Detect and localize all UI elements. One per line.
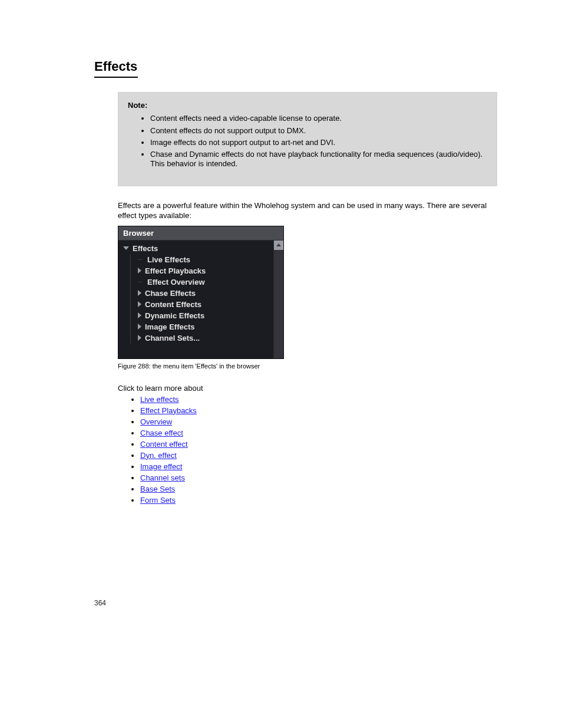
list-item: Image effect (140, 462, 497, 471)
chevron-right-icon[interactable] (138, 301, 141, 307)
tree-item-label: Content Effects (145, 300, 201, 309)
browser-body: Effects Live Effects Effect Playbacks Ef… (118, 241, 283, 358)
tree-item-dynamic-effects[interactable]: Dynamic Effects (138, 310, 271, 321)
list-intro: Click to learn more about (118, 384, 497, 393)
page: Effects Note: Content effects need a vid… (0, 0, 562, 728)
note-item: Content effects need a video-capable lic… (150, 114, 487, 123)
tree-item-label: Image Effects (145, 322, 195, 331)
tree-item-chase-effects[interactable]: Chase Effects (138, 288, 271, 299)
scrollbar[interactable] (273, 241, 283, 358)
link-live-effects[interactable]: Live effects (140, 395, 179, 404)
tree-root-label: Effects (133, 244, 158, 253)
list-item: Dyn. effect (140, 451, 497, 460)
tree-item-live-effects[interactable]: Live Effects (138, 254, 271, 265)
chevron-right-icon[interactable] (138, 290, 141, 296)
browser-title: Browser (118, 226, 283, 241)
tree-item-effect-playbacks[interactable]: Effect Playbacks (138, 265, 271, 276)
section-underline (94, 77, 138, 78)
figure-caption: Figure 288: the menu item 'Effects' in t… (118, 363, 497, 370)
link-effect-playbacks[interactable]: Effect Playbacks (140, 406, 197, 415)
link-base-sets[interactable]: Base Sets (140, 485, 175, 493)
note-item: Content effects do not support output to… (150, 126, 487, 136)
section-title: Effects (94, 59, 497, 74)
list-item: Form Sets (140, 496, 497, 505)
chevron-up-icon (276, 243, 281, 246)
tree-item-label: Live Effects (147, 255, 190, 264)
list-item: Channel sets (140, 473, 497, 482)
chevron-down-icon[interactable] (123, 246, 129, 250)
link-form-sets[interactable]: Form Sets (140, 496, 176, 505)
tree-item-channel-sets[interactable]: Channel Sets... (138, 332, 271, 344)
tree-item-label: Channel Sets... (145, 334, 200, 342)
link-dyn-effect[interactable]: Dyn. effect (140, 451, 177, 460)
note-list: Content effects need a video-capable lic… (140, 114, 487, 169)
note-item: Chase and Dynamic effects do not have pl… (150, 150, 487, 169)
chevron-right-icon[interactable] (138, 312, 141, 318)
link-chase-effect[interactable]: Chase effect (140, 429, 183, 437)
chevron-right-icon[interactable] (138, 324, 141, 330)
chevron-right-icon[interactable] (138, 335, 141, 341)
tree-item-label: Dynamic Effects (145, 311, 204, 320)
note-label: Note: (128, 101, 487, 110)
link-content-effect[interactable]: Content effect (140, 440, 188, 449)
tree-item-label: Effect Overview (147, 278, 205, 286)
browser-panel: Browser Effects Live Effects Effect Play… (118, 226, 284, 359)
leaf-icon (138, 282, 143, 282)
tree-item-content-effects[interactable]: Content Effects (138, 299, 271, 310)
intro-paragraph: Effects are a powerful feature within th… (118, 200, 497, 221)
note-box: Note: Content effects need a video-capab… (118, 92, 497, 186)
link-image-effect[interactable]: Image effect (140, 462, 182, 471)
tree-children: Live Effects Effect Playbacks Effect Ove… (130, 254, 271, 344)
tree-item-effect-overview[interactable]: Effect Overview (138, 276, 271, 288)
scroll-up-button[interactable] (274, 241, 283, 250)
chevron-right-icon[interactable] (138, 268, 141, 274)
list-item: Content effect (140, 440, 497, 449)
note-item: Image effects do not support output to a… (150, 138, 487, 147)
tree-item-label: Chase Effects (145, 289, 196, 298)
page-number: 364 (94, 599, 497, 607)
tree-item-image-effects[interactable]: Image Effects (138, 321, 271, 332)
list-item: Effect Playbacks (140, 406, 497, 415)
tree-item-label: Effect Playbacks (145, 266, 206, 275)
list-item: Base Sets (140, 485, 497, 493)
link-overview[interactable]: Overview (140, 417, 172, 426)
link-list: Live effects Effect Playbacks Overview C… (130, 395, 497, 505)
list-item: Chase effect (140, 429, 497, 437)
tree: Effects Live Effects Effect Playbacks Ef… (118, 241, 273, 358)
tree-root-item[interactable]: Effects (122, 243, 271, 254)
leaf-icon (138, 259, 143, 260)
link-channel-sets[interactable]: Channel sets (140, 473, 185, 482)
list-item: Live effects (140, 395, 497, 404)
list-item: Overview (140, 417, 497, 426)
